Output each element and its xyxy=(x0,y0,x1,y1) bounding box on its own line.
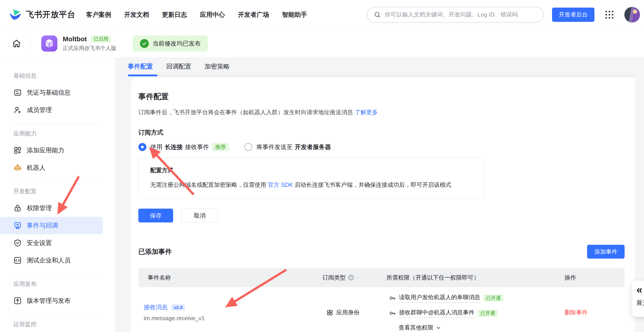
radio-developer-server[interactable] xyxy=(244,143,252,151)
divider xyxy=(12,274,98,275)
double-chevron-left-icon[interactable]: « xyxy=(636,284,644,296)
expand-label: 展开 xyxy=(636,299,644,307)
subscribe-options: 使用 长连接 接收事件 推荐 将事件发送至 开发者服务器 xyxy=(138,142,624,152)
radio-developer-server-label[interactable]: 将事件发送至 开发者服务器 xyxy=(256,143,331,151)
sidebar-item-bot[interactable]: 机器人 xyxy=(0,159,103,176)
delete-event-link[interactable]: 删除事件 xyxy=(564,309,588,316)
sidebar: 基础信息 凭证与基础信息 成员管理 应用能力 添加应用能力 xyxy=(0,58,116,332)
sidebar-item-label: 添加应用能力 xyxy=(27,146,64,154)
key-icon xyxy=(389,295,396,302)
event-name-cell: 接收消息 v2.0 im.message.receive_v1 xyxy=(138,303,322,322)
cancel-button[interactable]: 取消 xyxy=(181,208,218,222)
permissions-cell: 读取用户发给机器人的单聊消息 已开通 接收群聊中@机器人消息事件 已开通 xyxy=(385,294,564,332)
added-events-title: 已添加事件 xyxy=(138,247,172,256)
app-header-bar: Moltbot 已启用 正式应用@飞书个人版 当前修改均已发布 xyxy=(0,30,644,58)
top-navigation: 飞书开放平台 客户案例 开发文档 更新日志 应用中心 开发者广场 智能助手 开发… xyxy=(0,0,644,30)
add-event-button[interactable]: 添加事件 xyxy=(587,245,624,258)
home-icon[interactable] xyxy=(12,38,22,48)
sidebar-section-release: 应用发布 xyxy=(14,280,115,287)
content-region: 事件配置 回调配置 加密策略 事件配置 订阅事件后，飞书开放平台将会在事件（如机… xyxy=(116,58,644,332)
sidebar-item-label: 成员管理 xyxy=(27,106,52,114)
tab-encryption-strategy[interactable]: 加密策略 xyxy=(205,62,230,71)
sidebar-item-label: 测试企业和人员 xyxy=(27,256,70,264)
sidebar-item-add-capability[interactable]: 添加应用能力 xyxy=(0,142,103,159)
learn-more-link[interactable]: 了解更多 xyxy=(354,109,378,116)
search-input[interactable] xyxy=(385,11,537,18)
sidebar-section-dev-config: 开发配置 xyxy=(14,188,115,194)
nav-item-dev-plaza[interactable]: 开发者广场 xyxy=(238,10,269,19)
code-box-icon xyxy=(14,256,22,264)
sidebar-item-label: 机器人 xyxy=(27,164,46,172)
permission-item: 读取用户发给机器人的单聊消息 已开通 xyxy=(389,294,564,303)
radio-long-connection[interactable] xyxy=(138,143,146,151)
page-title: 事件配置 xyxy=(138,92,624,102)
save-button[interactable]: 保存 xyxy=(138,208,173,222)
event-callback-icon xyxy=(14,221,22,230)
official-sdk-link[interactable]: 官方 SDK xyxy=(268,182,293,188)
subscription-type-text: 应用身份 xyxy=(336,308,360,316)
help-icon[interactable]: ? xyxy=(348,274,354,281)
col-required-permissions: 所需权限（开通以下任一权限即可） xyxy=(385,274,564,282)
event-name-link[interactable]: 接收消息 xyxy=(144,303,168,311)
sidebar-section-monitoring: 运营监控 xyxy=(14,320,115,327)
sidebar-item-label: 安全设置 xyxy=(27,239,52,247)
check-icon xyxy=(140,39,149,48)
divider xyxy=(12,124,98,124)
sidebar-item-members[interactable]: 成员管理 xyxy=(0,101,103,119)
event-config-panel: 事件配置 订阅事件后，飞书开放平台将会在事件（如机器人入群）发生时向请求地址推送… xyxy=(131,78,635,332)
user-add-icon xyxy=(14,106,22,114)
developer-console-button[interactable]: 开发者后台 xyxy=(552,8,594,22)
nav-item-changelog[interactable]: 更新日志 xyxy=(162,10,187,19)
search-icon xyxy=(374,11,381,18)
sidebar-item-version-release[interactable]: 版本管理与发布 xyxy=(0,292,103,310)
app-meta: Moltbot 已启用 正式应用@飞书个人版 xyxy=(63,35,116,52)
tab-callback-config[interactable]: 回调配置 xyxy=(166,62,191,71)
nav-item-app-center[interactable]: 应用中心 xyxy=(200,10,225,19)
permission-granted-badge: 已开通 xyxy=(483,294,504,302)
nav-item-cases[interactable]: 客户案例 xyxy=(86,10,111,19)
sidebar-item-test-company[interactable]: 测试企业和人员 xyxy=(0,252,103,269)
primary-nav: 客户案例 开发文档 更新日志 应用中心 开发者广场 智能助手 xyxy=(86,10,307,19)
config-method-title: 配置方式 xyxy=(150,166,473,174)
view-other-permissions[interactable]: 查看其他权限 xyxy=(398,324,564,332)
table-row: 接收消息 v2.0 im.message.receive_v1 应用身份 xyxy=(138,287,624,332)
col-actions: 操作 xyxy=(564,274,624,282)
nav-item-docs[interactable]: 开发文档 xyxy=(124,10,149,19)
radio-long-connection-label[interactable]: 使用 长连接 接收事件 xyxy=(150,143,209,151)
sidebar-item-label: 版本管理与发布 xyxy=(27,296,70,305)
nav-item-assistant[interactable]: 智能助手 xyxy=(282,10,307,19)
sidebar-item-security[interactable]: 安全设置 xyxy=(0,234,103,252)
config-method-body: 无需注册公网域名或配置加密策略，仅需使用 官方 SDK 启动长连接飞书客户端，并… xyxy=(150,181,473,189)
events-table: 事件名称 订阅类型 ? 所需权限（开通以下任一权限即可） 操作 xyxy=(138,268,624,332)
sidebar-item-credentials[interactable]: 凭证与基础信息 xyxy=(0,84,103,101)
feishu-logo[interactable]: 飞书开放平台 xyxy=(9,8,76,22)
divider xyxy=(12,182,98,182)
tab-bar: 事件配置 回调配置 加密策略 xyxy=(128,58,230,76)
robot-icon xyxy=(14,164,22,172)
lock-icon xyxy=(14,204,22,212)
form-actions: 保存 取消 xyxy=(138,208,624,222)
version-badge: v2.0 xyxy=(172,304,185,310)
app-icon xyxy=(41,36,57,52)
id-card-icon xyxy=(14,88,22,97)
svg-text:?: ? xyxy=(350,276,352,279)
permission-item: 接收群聊中@机器人消息事件 已开通 xyxy=(389,308,564,318)
permission-name[interactable]: 接收群聊中@机器人消息事件 xyxy=(399,308,474,318)
global-search[interactable] xyxy=(367,7,544,23)
app-grid-icon[interactable] xyxy=(604,10,614,20)
permission-name[interactable]: 读取用户发给机器人的单聊消息 xyxy=(399,294,480,303)
sidebar-section-basic-info: 基础信息 xyxy=(14,72,115,78)
sidebar-item-permissions[interactable]: 权限管理 xyxy=(0,200,103,217)
user-avatar[interactable] xyxy=(624,7,640,22)
sidebar-item-events-callbacks[interactable]: 事件与回调 xyxy=(0,217,103,234)
app-subtitle: 正式应用@飞书个人版 xyxy=(63,44,116,52)
shield-check-icon xyxy=(14,239,22,247)
chevron-down-icon xyxy=(436,325,442,331)
key-icon xyxy=(389,310,396,316)
expand-flyout[interactable]: « 展开 xyxy=(632,281,644,317)
grid-add-icon xyxy=(14,146,22,154)
tab-event-config[interactable]: 事件配置 xyxy=(128,62,153,71)
added-events-header: 已添加事件 添加事件 xyxy=(138,245,624,258)
platform-title: 飞书开放平台 xyxy=(26,9,76,20)
sidebar-item-label: 事件与回调 xyxy=(27,221,58,230)
